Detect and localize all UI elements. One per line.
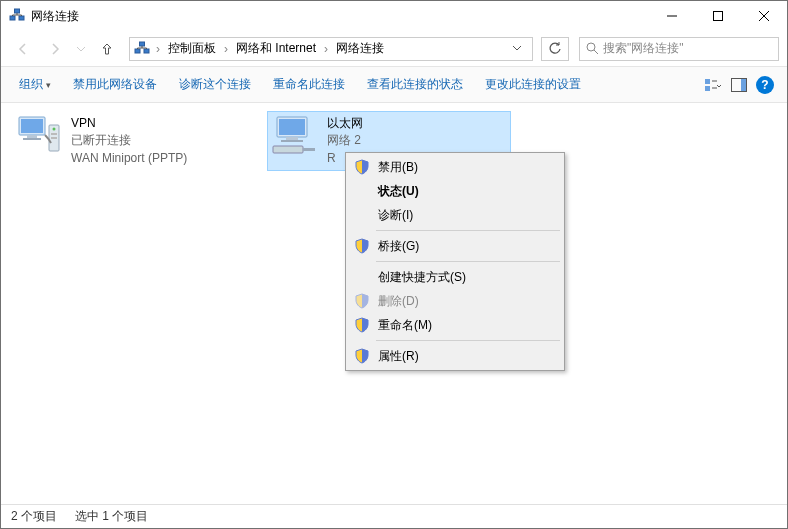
toolbar-disable[interactable]: 禁用此网络设备 [65,72,165,97]
window-title: 网络连接 [31,8,649,25]
svg-rect-9 [705,86,710,91]
help-button[interactable]: ? [753,73,777,97]
statusbar: 2 个项目 选中 1 个项目 [1,504,787,528]
network-connections-icon [134,41,150,57]
adapter-device: WAN Miniport (PPTP) [71,150,187,167]
network-icon [9,8,25,24]
ctx-create-shortcut[interactable]: 创建快捷方式(S) [348,265,562,289]
svg-rect-8 [705,79,710,84]
selection-count: 选中 1 个项目 [75,508,148,525]
close-button[interactable] [741,1,787,31]
chevron-right-icon: › [322,42,330,56]
context-menu: 禁用(B) 状态(U) 诊断(I) 桥接(G) 创建快捷方式(S) 删除(D) … [345,152,565,371]
svg-rect-24 [273,146,303,153]
help-icon: ? [756,76,774,94]
separator [376,340,560,341]
svg-rect-18 [51,133,57,135]
svg-rect-5 [144,49,149,53]
forward-button[interactable] [41,35,69,63]
adapter-status: 网络 2 [327,132,363,149]
svg-rect-23 [281,140,303,142]
svg-rect-4 [135,49,140,53]
network-item-vpn[interactable]: VPN 已断开连接 WAN Miniport (PPTP) [11,111,255,171]
adapter-name: VPN [71,115,187,132]
shield-icon [354,348,370,364]
svg-rect-15 [23,138,41,140]
ctx-rename[interactable]: 重命名(M) [348,313,562,337]
breadcrumb-item[interactable]: 网络和 Internet [232,40,320,57]
chevron-right-icon: › [222,42,230,56]
adapter-name: 以太网 [327,115,363,132]
back-button[interactable] [9,35,37,63]
address-bar: › 控制面板 › 网络和 Internet › 网络连接 搜索"网络连接" [1,31,787,67]
ctx-properties[interactable]: 属性(R) [348,344,562,368]
breadcrumb-item[interactable]: 控制面板 [164,40,220,57]
svg-rect-11 [741,79,746,91]
svg-rect-0 [10,16,15,20]
breadcrumb[interactable]: › 控制面板 › 网络和 Internet › 网络连接 [129,37,533,61]
organize-menu[interactable]: 组织 [11,72,59,97]
svg-rect-2 [15,9,20,13]
recent-dropdown[interactable] [73,35,89,63]
ctx-disable[interactable]: 禁用(B) [348,155,562,179]
svg-rect-14 [27,135,37,138]
view-options-button[interactable] [701,73,725,97]
item-count: 2 个项目 [11,508,57,525]
ctx-bridge[interactable]: 桥接(G) [348,234,562,258]
toolbar-view-status[interactable]: 查看此连接的状态 [359,72,471,97]
toolbar-diagnose[interactable]: 诊断这个连接 [171,72,259,97]
titlebar: 网络连接 [1,1,787,31]
vpn-adapter-icon [15,115,63,157]
svg-rect-1 [19,16,24,20]
svg-rect-19 [51,137,57,139]
svg-point-7 [587,43,595,51]
up-button[interactable] [93,35,121,63]
shield-icon [354,159,370,175]
toolbar: 组织 禁用此网络设备 诊断这个连接 重命名此连接 查看此连接的状态 更改此连接的… [1,67,787,103]
chevron-right-icon: › [154,42,162,56]
search-icon [586,42,599,55]
svg-point-17 [53,128,56,131]
svg-rect-13 [21,119,43,133]
search-placeholder: 搜索"网络连接" [603,40,684,57]
adapter-status: 已断开连接 [71,132,187,149]
search-input[interactable]: 搜索"网络连接" [579,37,779,61]
svg-rect-3 [714,12,723,21]
maximize-button[interactable] [695,1,741,31]
minimize-button[interactable] [649,1,695,31]
breadcrumb-dropdown[interactable] [506,42,528,56]
shield-icon [354,238,370,254]
shield-icon [354,317,370,333]
refresh-button[interactable] [541,37,569,61]
separator [376,261,560,262]
separator [376,230,560,231]
toolbar-rename[interactable]: 重命名此连接 [265,72,353,97]
ctx-delete: 删除(D) [348,289,562,313]
ctx-diagnose[interactable]: 诊断(I) [348,203,562,227]
svg-rect-6 [140,42,145,46]
shield-icon [354,293,370,309]
svg-rect-21 [279,119,305,135]
ctx-status[interactable]: 状态(U) [348,179,562,203]
ethernet-adapter-icon [271,115,319,157]
svg-rect-22 [286,137,298,140]
breadcrumb-item[interactable]: 网络连接 [332,40,388,57]
toolbar-change-settings[interactable]: 更改此连接的设置 [477,72,589,97]
preview-pane-button[interactable] [727,73,751,97]
